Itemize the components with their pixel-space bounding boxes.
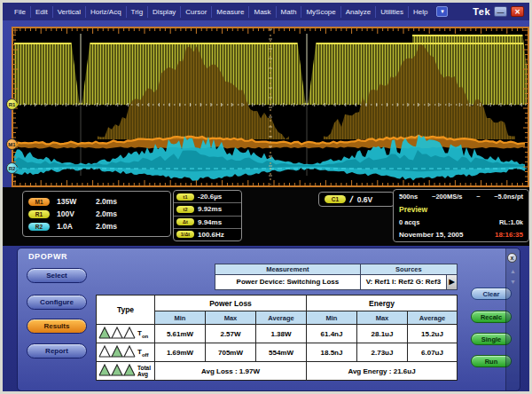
menu-myscope[interactable]: MyScope xyxy=(301,6,340,18)
menu-display[interactable]: Display xyxy=(148,6,181,18)
ref1-timebase: 2.0ms xyxy=(96,209,117,218)
ton-pl-min: 5.61mW xyxy=(155,325,206,343)
trigger-readout-box: C1 / 0.6V xyxy=(318,192,395,207)
menu-utilities[interactable]: Utilities xyxy=(376,6,409,18)
t2-readout: t2 9.92ms xyxy=(174,203,241,216)
trigger-level: 0.6V xyxy=(357,195,373,204)
total-waveform-icon xyxy=(98,362,136,380)
preview-status: Preview xyxy=(399,205,427,214)
ton-en-min: 61.4nJ xyxy=(307,325,357,343)
ref1-readout: R1 100V 2.0ms xyxy=(28,209,165,218)
measurement-header-table: Measurement Sources Power Device: Switch… xyxy=(215,264,458,290)
sources-value: V: Ref1 I: Ref2 G: Ref3 xyxy=(361,275,446,289)
en-min-header: Min xyxy=(307,311,357,325)
freq-readout: 1/Δt 100.6Hz xyxy=(174,229,241,240)
t1-value: -20.6µs xyxy=(198,193,222,201)
total-row: TotalAvg Avg Loss : 1.97W Avg Energy : 2… xyxy=(97,362,458,381)
minimize-button[interactable]: — xyxy=(494,6,507,17)
ton-en-max: 28.1uJ xyxy=(357,325,408,343)
ref2-readout: R2 1.0A 2.0ms xyxy=(28,222,165,231)
menu-trig[interactable]: Trig xyxy=(127,6,148,18)
select-button[interactable]: Select xyxy=(27,268,87,283)
toff-pl-avg: 554mW xyxy=(256,343,307,362)
menu-file[interactable]: File xyxy=(10,6,31,18)
menu-dropdown-icon[interactable]: ▼ xyxy=(436,6,448,17)
menu-edit[interactable]: Edit xyxy=(31,6,53,18)
delta-t-badge: Δt xyxy=(176,218,194,225)
ref1-badge: R1 xyxy=(28,210,50,218)
results-table: Type Power Loss Energy Min Max Average M… xyxy=(96,295,458,381)
t2-value: 9.92ms xyxy=(198,205,222,213)
en-avg-header: Average xyxy=(408,311,458,325)
timing-readout-box: t1 -20.6µs t2 9.92ms Δt 9.94ms 1/Δt 100.… xyxy=(173,190,242,241)
ref1-scale: 100V xyxy=(57,209,89,218)
type-header: Type xyxy=(97,296,155,325)
t1-readout: t1 -20.6µs xyxy=(174,191,241,203)
acquisition-count: 0 acqs xyxy=(399,218,419,226)
freq-value: 100.6Hz xyxy=(198,231,224,239)
toff-en-min: 18.5nJ xyxy=(307,343,357,362)
trigger-slope-icon: / xyxy=(349,194,355,204)
energy-header: Energy xyxy=(307,296,458,311)
ton-en-avg: 15.2uJ xyxy=(408,325,458,343)
panel-scroll-strip: x ▲ ▼ xyxy=(505,248,520,390)
pl-max-header: Max xyxy=(206,311,256,325)
math1-scale: 135W xyxy=(57,197,89,206)
ref2-position-marker[interactable]: R2 xyxy=(6,162,18,174)
avg-loss-total: Avg Loss : 1.97W xyxy=(155,362,307,381)
menu-help[interactable]: Help xyxy=(409,6,432,18)
panel-title: DPOPWR xyxy=(28,252,67,261)
close-button[interactable]: ✕ xyxy=(511,6,524,17)
toff-pl-min: 1.69mW xyxy=(155,343,206,362)
avg-energy-total: Avg Energy : 21.6uJ xyxy=(307,362,458,381)
measurement-value: Power Device: Switching Loss xyxy=(215,275,361,289)
dpopwr-panel: DPOPWR Select Configure Results Report M… xyxy=(17,248,520,391)
t2-badge: t2 xyxy=(176,206,194,213)
measurement-next-arrow[interactable]: ▶ xyxy=(446,275,457,289)
waveform-display xyxy=(12,27,529,187)
record-length: RL:1.0k xyxy=(499,218,523,226)
results-button[interactable]: Results xyxy=(27,319,87,334)
menu-mask[interactable]: Mask xyxy=(249,6,276,18)
menu-horiz-acq[interactable]: Horiz/Acq xyxy=(86,6,127,18)
delta-t-value: 9.94ms xyxy=(198,218,222,226)
toff-en-avg: 6.07uJ xyxy=(408,343,458,362)
math1-readout: M1 135W 2.0ms xyxy=(28,197,165,206)
ton-waveform-icon xyxy=(98,325,136,343)
delta-t-readout: Δt 9.94ms xyxy=(174,217,241,229)
ref2-scale: 1.0A xyxy=(57,222,89,231)
menu-measure[interactable]: Measure xyxy=(212,6,249,18)
ref2-timebase: 2.0ms xyxy=(96,222,117,231)
menu-vertical[interactable]: Vertical xyxy=(53,6,86,18)
ref2-badge: R2 xyxy=(28,223,50,231)
menu-analyze[interactable]: Analyze xyxy=(341,6,376,18)
tek-logo: Tek xyxy=(473,6,490,17)
toff-pl-max: 705mW xyxy=(206,343,256,362)
math1-position-marker[interactable]: M1 xyxy=(6,138,18,150)
scroll-up-icon[interactable]: ▲ xyxy=(510,268,516,274)
math1-badge: M1 xyxy=(28,198,50,206)
channel-readout-box: M1 135W 2.0ms R1 100V 2.0ms R2 1.0A 2.0m… xyxy=(22,191,171,237)
configure-button[interactable]: Configure xyxy=(27,295,87,310)
freq-badge: 1/Δt xyxy=(176,231,194,238)
math1-timebase: 2.0ms xyxy=(96,197,117,206)
measurement-column-header: Measurement xyxy=(215,264,361,274)
pl-avg-header: Average xyxy=(256,311,307,325)
resolution: ~5.0ns/pt xyxy=(494,193,523,201)
oscilloscope-screen: File Edit Vertical Horiz/Acq Trig Displa… xyxy=(0,0,532,394)
sample-rate: ~200MS/s xyxy=(432,193,462,201)
menu-cursor[interactable]: Cursor xyxy=(181,6,212,18)
menu-math[interactable]: Math xyxy=(277,6,302,18)
toff-en-max: 2.73uJ xyxy=(357,343,408,362)
ton-pl-max: 2.57W xyxy=(206,325,256,343)
ref1-position-marker[interactable]: R1 xyxy=(6,98,18,110)
ton-row: Ton 5.61mW 2.57W 1.38W 61.4nJ 28.1uJ 15.… xyxy=(97,325,458,343)
sources-column-header: Sources xyxy=(361,264,457,274)
toff-waveform-icon xyxy=(98,343,136,361)
panel-close-icon[interactable]: x xyxy=(507,253,517,263)
t1-badge: t1 xyxy=(176,193,194,201)
scroll-down-icon[interactable]: ▼ xyxy=(510,279,516,285)
trigger-source-badge: C1 xyxy=(325,195,346,203)
power-loss-header: Power Loss xyxy=(155,296,307,311)
report-button[interactable]: Report xyxy=(27,343,87,359)
